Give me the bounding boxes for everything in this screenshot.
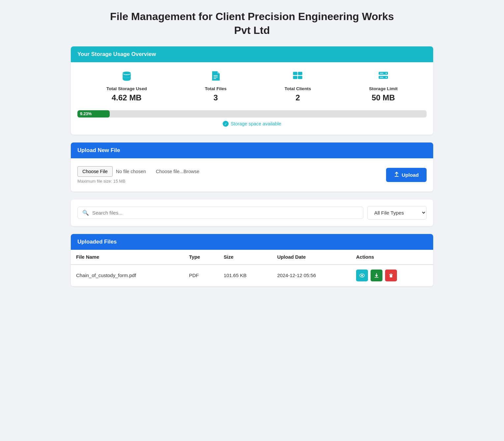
stat-total-files-value: 3	[213, 93, 218, 102]
file-icon	[210, 70, 221, 84]
storage-status: ✓ Storage space available	[77, 121, 427, 127]
stat-total-files-label: Total Files	[205, 86, 227, 91]
col-upload-date: Upload Date	[272, 250, 351, 265]
svg-rect-18	[389, 274, 393, 275]
server-icon	[378, 70, 389, 84]
storage-stats: Total Storage Used 4.62 MB Total Files 3	[77, 70, 427, 102]
storage-header: Your Storage Usage Overview	[71, 46, 433, 62]
file-type-select[interactable]: All File Types PDF DOC XLS PNG JPG	[367, 206, 427, 220]
col-type: Type	[184, 250, 218, 265]
browse-hint: Choose file...Browse	[156, 169, 199, 174]
delete-button[interactable]	[385, 270, 397, 281]
svg-rect-2	[214, 77, 218, 77]
col-filename: File Name	[71, 250, 184, 265]
svg-rect-1	[214, 75, 218, 76]
stat-total-clients-label: Total Clients	[285, 86, 311, 91]
svg-point-16	[361, 275, 363, 276]
upload-row: Choose File No file chosen Choose file..…	[77, 166, 427, 184]
upload-btn-label: Upload	[402, 172, 419, 178]
search-input[interactable]	[92, 210, 358, 216]
table-row: Chain_of_custody_form.pdf PDF 101.65 KB …	[71, 265, 433, 286]
view-button[interactable]	[356, 270, 368, 281]
cell-type: PDF	[184, 265, 218, 286]
uploaded-files-header: Uploaded Files	[71, 234, 433, 250]
svg-rect-4	[293, 72, 297, 75]
stat-storage-limit-label: Storage Limit	[369, 86, 398, 91]
check-icon: ✓	[223, 121, 229, 127]
choose-file-button[interactable]: Choose File	[77, 166, 113, 177]
files-table: File Name Type Size Upload Date Actions …	[71, 250, 433, 286]
no-file-text: No file chosen	[116, 169, 146, 174]
storage-status-text: Storage space available	[231, 121, 281, 126]
svg-point-0	[123, 72, 131, 75]
svg-rect-5	[298, 72, 302, 75]
upload-header: Upload New File	[71, 143, 433, 158]
svg-rect-6	[293, 76, 297, 79]
clients-icon	[292, 70, 303, 84]
upload-button[interactable]: Upload	[386, 168, 427, 182]
max-size-text: Maximum file size: 15 MB	[77, 179, 381, 184]
svg-rect-17	[375, 277, 378, 278]
stat-storage-limit: Storage Limit 50 MB	[369, 70, 398, 102]
cell-filename: Chain_of_custody_form.pdf	[71, 265, 184, 286]
col-size: Size	[218, 250, 272, 265]
svg-rect-7	[298, 76, 302, 79]
svg-point-11	[386, 77, 387, 78]
stat-total-files: Total Files 3	[205, 70, 227, 102]
stat-total-storage: Total Storage Used 4.62 MB	[106, 70, 147, 102]
upload-card: Upload New File Choose File No file chos…	[71, 143, 433, 192]
uploaded-files-card: Uploaded Files File Name Type Size Uploa…	[71, 234, 433, 286]
search-icon: 🔍	[82, 210, 89, 216]
stat-total-storage-label: Total Storage Used	[106, 86, 147, 91]
svg-point-10	[386, 73, 387, 74]
page-title: File Management for Client Precision Eng…	[104, 10, 400, 37]
stat-total-clients-value: 2	[295, 93, 300, 102]
svg-rect-12	[380, 73, 383, 74]
cell-size: 101.65 KB	[218, 265, 272, 286]
stat-total-clients: Total Clients 2	[285, 70, 311, 102]
search-input-wrapper[interactable]: 🔍	[77, 207, 363, 219]
search-card: 🔍 All File Types PDF DOC XLS PNG JPG	[71, 199, 433, 226]
col-actions: Actions	[351, 250, 433, 265]
stat-total-storage-value: 4.62 MB	[112, 93, 142, 102]
storage-progress-fill: 9.23%	[77, 110, 110, 117]
cell-actions	[351, 265, 433, 286]
svg-rect-13	[380, 77, 383, 78]
svg-rect-14	[395, 176, 399, 177]
storage-progress-bar: 9.23%	[77, 110, 427, 117]
file-input-area: Choose File No file chosen Choose file..…	[77, 166, 381, 177]
download-button[interactable]	[371, 270, 382, 281]
svg-rect-3	[214, 78, 216, 79]
cell-upload-date: 2024-12-12 05:56	[272, 265, 351, 286]
upload-icon	[394, 172, 399, 178]
progress-label: 9.23%	[80, 112, 92, 116]
svg-rect-19	[390, 273, 392, 274]
stat-storage-limit-value: 50 MB	[372, 93, 395, 102]
table-header-row: File Name Type Size Upload Date Actions	[71, 250, 433, 265]
storage-overview-card: Your Storage Usage Overview Total Storag…	[71, 46, 433, 135]
database-icon	[121, 70, 132, 84]
